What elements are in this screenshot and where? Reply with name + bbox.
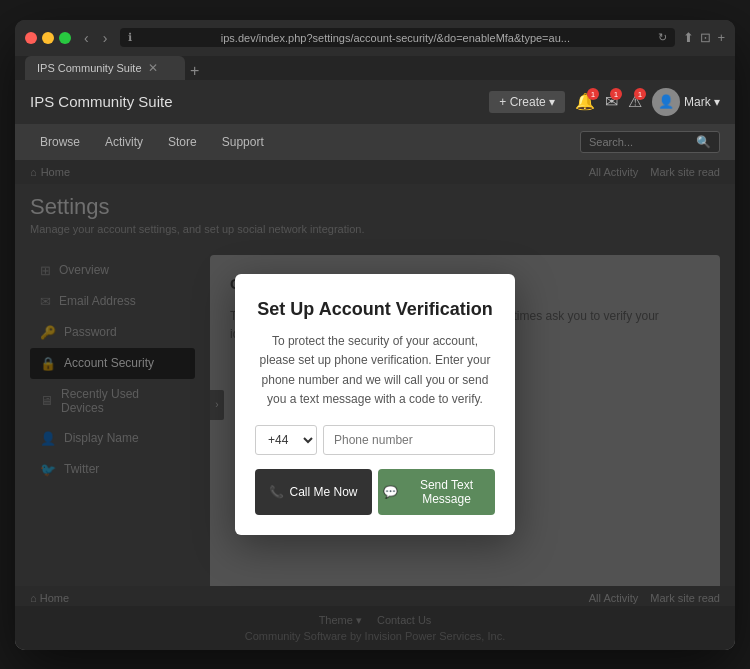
phone-row: +44 +1 +33 +49 +61 <box>255 425 495 455</box>
traffic-light-yellow[interactable] <box>42 32 54 44</box>
page-body: ⌂ Home All Activity Mark site read Setti… <box>15 160 735 650</box>
fullscreen-button[interactable]: ⊡ <box>700 30 711 45</box>
sms-icon: 💬 <box>383 485 398 499</box>
traffic-light-red[interactable] <box>25 32 37 44</box>
share-button[interactable]: ⬆ <box>683 30 694 45</box>
country-code-select[interactable]: +44 +1 +33 +49 +61 <box>255 425 317 455</box>
nav-support[interactable]: Support <box>212 127 274 157</box>
browser-window: ‹ › ℹ ips.dev/index.php?settings/account… <box>15 20 735 650</box>
tab-bar: IPS Community Suite ✕ + <box>15 56 735 80</box>
new-tab-button[interactable]: + <box>717 30 725 45</box>
user-menu[interactable]: 👤 Mark ▾ <box>652 88 720 116</box>
traffic-lights <box>25 32 71 44</box>
search-icon: 🔍 <box>696 135 711 149</box>
create-button[interactable]: + Create ▾ <box>489 91 565 113</box>
url-display: ips.dev/index.php?settings/account-secur… <box>137 32 653 44</box>
info-icon: ℹ <box>128 31 132 44</box>
secondary-nav: Browse Activity Store Support 🔍 <box>15 124 735 160</box>
messages-badge: 1 <box>610 88 622 100</box>
back-button[interactable]: ‹ <box>79 28 94 48</box>
search-input[interactable] <box>589 136 691 148</box>
messages-button[interactable]: ✉ 1 <box>605 92 618 111</box>
browser-chrome: ‹ › ℹ ips.dev/index.php?settings/account… <box>15 20 735 56</box>
call-label: Call Me Now <box>289 485 357 499</box>
tab-close-button[interactable]: ✕ <box>148 61 158 75</box>
avatar: 👤 <box>652 88 680 116</box>
forward-button[interactable]: › <box>98 28 113 48</box>
site-logo: IPS Community Suite <box>30 93 489 110</box>
tab-label: IPS Community Suite <box>37 62 142 74</box>
warnings-button[interactable]: ⚠ 1 <box>628 92 642 111</box>
call-icon: 📞 <box>269 485 284 499</box>
new-tab-plus-button[interactable]: + <box>185 62 204 80</box>
phone-input[interactable] <box>323 425 495 455</box>
sms-label: Send Text Message <box>403 478 490 506</box>
top-nav: IPS Community Suite + Create ▾ 🔔 1 ✉ 1 ⚠… <box>15 80 735 124</box>
send-text-button[interactable]: 💬 Send Text Message <box>378 469 495 515</box>
nav-browse[interactable]: Browse <box>30 127 90 157</box>
call-me-now-button[interactable]: 📞 Call Me Now <box>255 469 372 515</box>
modal: Set Up Account Verification To protect t… <box>235 274 515 535</box>
active-tab[interactable]: IPS Community Suite ✕ <box>25 56 185 80</box>
top-nav-actions: + Create ▾ 🔔 1 ✉ 1 ⚠ 1 👤 Mark ▾ <box>489 88 720 116</box>
nav-buttons: ‹ › <box>79 28 112 48</box>
address-bar[interactable]: ℹ ips.dev/index.php?settings/account-sec… <box>120 28 675 47</box>
notifications-badge: 1 <box>587 88 599 100</box>
search-box[interactable]: 🔍 <box>580 131 720 153</box>
page-content: IPS Community Suite + Create ▾ 🔔 1 ✉ 1 ⚠… <box>15 80 735 650</box>
modal-buttons: 📞 Call Me Now 💬 Send Text Message <box>255 469 495 515</box>
modal-title: Set Up Account Verification <box>255 299 495 320</box>
modal-description: To protect the security of your account,… <box>255 332 495 409</box>
refresh-icon[interactable]: ↻ <box>658 31 667 44</box>
warnings-badge: 1 <box>634 88 646 100</box>
browser-actions: ⬆ ⊡ + <box>683 30 725 45</box>
nav-store[interactable]: Store <box>158 127 207 157</box>
traffic-light-green[interactable] <box>59 32 71 44</box>
nav-activity[interactable]: Activity <box>95 127 153 157</box>
user-name: Mark ▾ <box>684 95 720 109</box>
notifications-button[interactable]: 🔔 1 <box>575 92 595 111</box>
modal-overlay: Set Up Account Verification To protect t… <box>15 160 735 650</box>
